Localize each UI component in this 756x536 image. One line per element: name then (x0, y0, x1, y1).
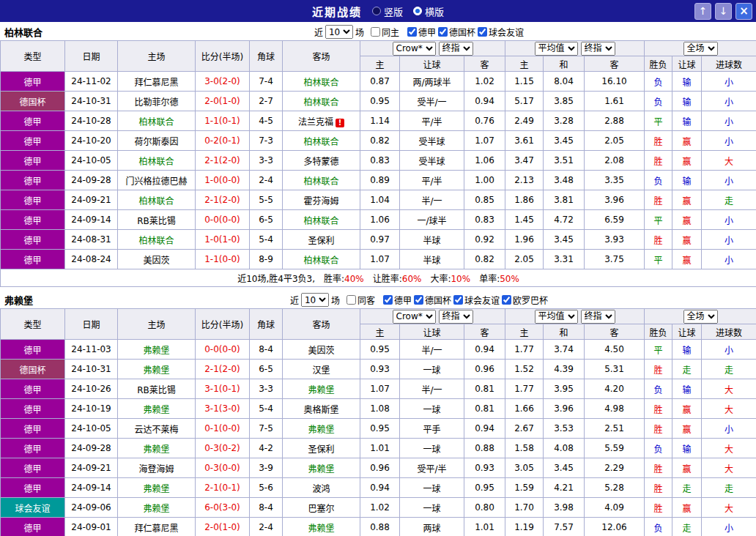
team-name: 柏林联合 (0, 25, 82, 39)
away-team-link[interactable]: 柏林联合 (283, 131, 360, 151)
away-team-link[interactable]: 多特蒙德 (283, 151, 360, 171)
away-team-link[interactable]: 美因茨 (283, 340, 360, 360)
home-team-link[interactable]: 海登海姆 (118, 458, 196, 478)
odds-type-select[interactable]: 终指 (439, 42, 473, 56)
league-filter[interactable]: 德国杯 (414, 294, 451, 306)
league-filter[interactable]: 德国杯 (438, 26, 475, 38)
league-filter[interactable]: 欧罗巴杯 (502, 294, 548, 306)
away-team-link[interactable]: 奥格斯堡 (283, 399, 360, 419)
away-team-link[interactable]: 圣保利 (283, 230, 360, 250)
away-team-link[interactable]: 弗赖堡 (283, 458, 360, 478)
odds-company-select[interactable]: Crow* (393, 310, 436, 324)
league-filter[interactable]: 球会友谊 (453, 294, 500, 306)
home-team-link[interactable]: 云达不莱梅 (118, 419, 196, 439)
away-team-link[interactable]: 柏林联合 (283, 210, 360, 230)
match-score: 0-3(0-0) (196, 458, 250, 478)
away-team-link[interactable]: 柏林联合 (283, 72, 360, 92)
avg-type-select[interactable]: 终指 (581, 310, 615, 324)
stat-label: 单率: (479, 274, 500, 284)
home-team-link[interactable]: 弗赖堡 (118, 498, 196, 518)
home-team-link[interactable]: 弗赖堡 (118, 439, 196, 458)
result-outcome: 平 (645, 210, 672, 230)
home-team-link[interactable]: 弗赖堡 (118, 399, 196, 419)
match-scope-select[interactable]: 全场 (683, 310, 718, 324)
home-team-link[interactable]: 柏林联合 (118, 230, 196, 250)
match-count-select[interactable]: 10 (325, 25, 353, 39)
home-team-link[interactable]: 拜仁慕尼黑 (118, 72, 196, 92)
away-team-link[interactable]: 法兰克福! (283, 111, 360, 131)
goals-outcome: 小 (702, 171, 756, 190)
home-team-link[interactable]: 弗赖堡 (118, 340, 196, 360)
away-team-link[interactable]: 柏林联合 (283, 250, 360, 269)
odds-company-select[interactable]: Crow* (393, 42, 436, 56)
league-checkbox[interactable] (478, 27, 487, 37)
league-checkbox[interactable] (407, 27, 417, 37)
handicap-outcome: 赢 (672, 458, 702, 478)
odds-type-select[interactable]: 终指 (439, 310, 473, 324)
column-header: 客 (464, 56, 505, 72)
away-team-link[interactable]: 弗赖堡 (283, 518, 360, 536)
away-team-link[interactable]: 圣保利 (283, 439, 360, 458)
away-team-link[interactable]: 柏林联合 (283, 92, 360, 111)
match-scope-select[interactable]: 全场 (683, 42, 718, 56)
handicap-outcome: 赢 (672, 250, 702, 269)
match-type-badge: 德甲 (1, 250, 65, 269)
home-team-link[interactable]: 柏林联合 (118, 111, 196, 131)
avg-source-select[interactable]: 平均值 (535, 310, 578, 324)
avg-type-select[interactable]: 终指 (581, 42, 615, 56)
match-type-badge: 德甲 (1, 478, 65, 498)
league-checkbox[interactable] (453, 295, 463, 305)
average-odds: 3.28 (544, 111, 585, 131)
goals-outcome: 大 (702, 379, 756, 399)
corner-count: 6-5 (250, 360, 283, 379)
layout-radio-horizontal[interactable]: 横版 (413, 4, 444, 18)
league-filter[interactable]: 球会友谊 (478, 26, 524, 38)
goals-outcome: 走 (702, 360, 756, 379)
move-up-button[interactable]: ↑ (694, 3, 711, 20)
league-checkbox[interactable] (414, 295, 423, 305)
league-checkbox[interactable] (502, 295, 511, 305)
home-team-link[interactable]: 弗赖堡 (118, 478, 196, 498)
corner-count: 3-9 (250, 458, 283, 478)
league-filter[interactable]: 德甲 (407, 26, 436, 38)
league-filter[interactable]: 德甲 (383, 294, 412, 306)
home-team-link[interactable]: 比勒菲尔德 (118, 92, 196, 111)
away-team-link[interactable]: 霍芬海姆 (283, 190, 360, 210)
column-header: 主场 (118, 309, 196, 340)
column-header: 和 (544, 324, 585, 340)
average-odds: 4.20 (585, 379, 645, 399)
move-down-button[interactable]: ↓ (715, 3, 732, 20)
home-team-link[interactable]: 拜仁慕尼黑 (118, 518, 196, 536)
same-venue-checkbox[interactable] (371, 27, 380, 37)
home-team-link[interactable]: 柏林联合 (118, 190, 196, 210)
away-team-link[interactable]: 巴塞尔 (283, 498, 360, 518)
home-team-link[interactable]: RB莱比锡 (118, 379, 196, 399)
average-odds: 2.08 (585, 151, 645, 171)
close-button[interactable]: × (735, 3, 752, 20)
away-team-link[interactable]: 柏林联合 (283, 171, 360, 190)
same-venue-checkbox[interactable] (346, 295, 356, 305)
avg-source-select[interactable]: 平均值 (535, 42, 578, 56)
home-team-link[interactable]: 弗赖堡 (118, 360, 196, 379)
away-team-link[interactable]: 弗赖堡 (283, 419, 360, 439)
away-team-link[interactable]: 弗赖堡 (283, 379, 360, 399)
home-team-link[interactable]: 荷尔斯泰因 (118, 131, 196, 151)
league-checkbox[interactable] (383, 295, 393, 305)
handicap-outcome: 输 (672, 439, 702, 458)
handicap-outcome: 输 (672, 72, 702, 92)
away-team-link[interactable]: 汉堡 (283, 360, 360, 379)
same-venue-filter[interactable]: 同主 (371, 26, 399, 38)
home-team-link[interactable]: 柏林联合 (118, 151, 196, 171)
home-team-link[interactable]: 门兴格拉德巴赫 (118, 171, 196, 190)
corner-count: 5-4 (250, 399, 283, 419)
league-checkbox[interactable] (438, 27, 448, 37)
home-team-link[interactable]: RB莱比锡 (118, 210, 196, 230)
match-count-select[interactable]: 10 (301, 293, 329, 307)
layout-radio-vertical[interactable]: 竖版 (372, 4, 403, 18)
same-venue-filter[interactable]: 同客 (346, 294, 375, 306)
home-team-link[interactable]: 美因茨 (118, 250, 196, 269)
away-team-link[interactable]: 波鸿 (283, 478, 360, 498)
average-odds: 4.21 (544, 478, 585, 498)
average-odds: 4.09 (585, 498, 645, 518)
column-header: 让球 (400, 324, 464, 340)
